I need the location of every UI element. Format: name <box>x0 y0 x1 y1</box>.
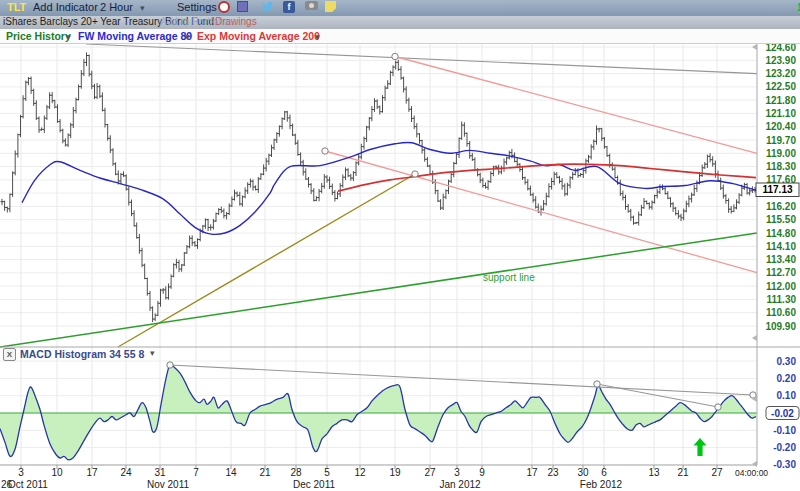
toolbar: TLT Add Indicator 2 Hour ▾ Settings f ↑1… <box>0 0 800 16</box>
x-tick-label: 23 <box>547 467 559 478</box>
legend-price-history[interactable]: Price History <box>6 30 71 42</box>
macd-value: -0.02 <box>771 408 794 419</box>
settings-button[interactable]: Settings <box>177 1 217 13</box>
x-axis-labels: 31017243171421285121927391723306132127 <box>18 465 723 478</box>
price-axis-label: 119.70 <box>766 135 796 146</box>
x-tick-label: 7 <box>193 467 199 478</box>
month-label: Feb 2012 <box>580 479 623 490</box>
price-axis-label: 121.10 <box>765 108 796 119</box>
x-tick-label: 28 <box>290 467 302 478</box>
x-tick-label: 19 <box>389 467 401 478</box>
price-axis-label: 114.80 <box>766 228 796 239</box>
x-tick-label: 21 <box>677 467 689 478</box>
x-tick-label: 30 <box>577 467 589 478</box>
drawing-handle[interactable] <box>167 362 173 368</box>
x-tick-label: 13 <box>648 467 660 478</box>
month-label: Nov 2011 <box>147 479 190 490</box>
add-indicator-button[interactable]: Add Indicator <box>33 1 98 13</box>
price-history-caret-icon[interactable]: ▾ <box>66 32 71 42</box>
legend-ema200[interactable]: Exp Moving Average 200 <box>197 30 320 42</box>
price-axis-label: 112.70 <box>766 267 796 278</box>
x-tick-label: 9 <box>479 467 485 478</box>
x-tick-label: 27 <box>711 467 723 478</box>
last-bar-time: 04:00:00 <box>735 468 768 478</box>
x-tick-label: 17 <box>86 467 98 478</box>
price-axis-label: 116.20 <box>766 201 796 212</box>
macd-close-button[interactable]: X <box>3 348 16 361</box>
price-axis-label: 119.00 <box>766 148 796 159</box>
sticky-note-icon[interactable] <box>325 1 336 12</box>
symbol-subbar: iShares Barclays 20+ Year Treasury Bond … <box>0 16 800 29</box>
price-axis-label: 123.20 <box>765 68 796 79</box>
price-axis-label: 122.50 <box>765 81 796 92</box>
drawing-handle[interactable] <box>392 53 398 59</box>
price-axis-label: 120.40 <box>765 121 796 132</box>
cube-icon[interactable] <box>237 1 248 12</box>
timeframe-caret-icon[interactable]: ▾ <box>140 3 145 13</box>
month-label: Dec 2011 <box>293 479 336 490</box>
price-axis-label: 121.80 <box>765 95 796 106</box>
price-axis-label: 109.90 <box>765 321 796 332</box>
x-tick-label: 27 <box>424 467 436 478</box>
price-axis-label: 111.30 <box>767 294 797 305</box>
twitter-icon[interactable] <box>261 1 274 14</box>
x-tick-label: 31 <box>154 467 166 478</box>
facebook-icon[interactable]: f <box>283 1 295 13</box>
macd-axis-label: -0.10 <box>773 425 796 436</box>
price-axis-label: 110.60 <box>766 307 796 318</box>
price-axis-label: 123.90 <box>765 55 796 66</box>
camera-icon[interactable] <box>305 1 318 10</box>
support-line-label: support line <box>483 272 535 283</box>
timeframe-button[interactable]: 2 Hour <box>100 1 133 13</box>
month-label: Oct 2011 <box>8 479 48 490</box>
drawing-handle[interactable] <box>322 148 328 154</box>
macd-axis-label: 0.10 <box>777 390 797 401</box>
macd-axis-label: -0.30 <box>773 459 796 470</box>
x-tick-label: 3 <box>454 467 460 478</box>
drawing-handle[interactable] <box>715 404 721 410</box>
ma89-caret-icon[interactable]: ▾ <box>185 32 190 42</box>
macd-caret-icon[interactable]: ▾ <box>150 348 155 358</box>
price-axis-label: 113.40 <box>766 254 796 265</box>
current-price-value: 117.13 <box>762 184 792 195</box>
price-axis-label: 114.10 <box>766 241 796 252</box>
price-axis-label: 115.50 <box>766 214 796 225</box>
macd-header: X MACD Histogram 34 55 8 ▾ <box>0 348 400 362</box>
x-tick-label: 14 <box>225 467 237 478</box>
price-axis-label: 112.00 <box>766 281 796 292</box>
month-label: Jan 2012 <box>439 479 481 490</box>
macd-axis-label: 0.30 <box>777 356 797 367</box>
drawing-handle[interactable] <box>412 171 418 177</box>
x-tick-label: 10 <box>51 467 63 478</box>
month-labels: 26Oct 2011Nov 2011Dec 2011Jan 2012Feb 20… <box>1 479 623 490</box>
x-tick-label: 3 <box>18 467 24 478</box>
legend-bar: Price History ▾ FW Moving Average 89 ▾ E… <box>0 29 800 44</box>
x-tick-label: 24 <box>120 467 132 478</box>
chart-canvas[interactable]: 124.60123.90123.20122.50121.80121.10120.… <box>0 0 800 491</box>
x-tick-label: 12 <box>354 467 366 478</box>
alarm-clock-icon[interactable] <box>218 1 230 13</box>
drawings-menu[interactable]: Drawings <box>215 16 257 27</box>
ema200-caret-icon[interactable]: ▾ <box>315 32 320 42</box>
macd-axis-label: 0.20 <box>777 373 797 384</box>
x-tick-label: 17 <box>526 467 538 478</box>
x-tick-label: 5 <box>324 467 330 478</box>
legend-ma89[interactable]: FW Moving Average 89 <box>78 30 192 42</box>
macd-title[interactable]: MACD Histogram 34 55 8 <box>20 348 144 360</box>
macd-axis-label: -0.20 <box>773 442 796 453</box>
x-tick-label: 21 <box>259 467 271 478</box>
x-tick-label: 6 <box>601 467 607 478</box>
symbol-label: TLT <box>7 1 26 13</box>
drawing-handle[interactable] <box>594 381 600 387</box>
price-axis-label: 118.30 <box>766 161 796 172</box>
